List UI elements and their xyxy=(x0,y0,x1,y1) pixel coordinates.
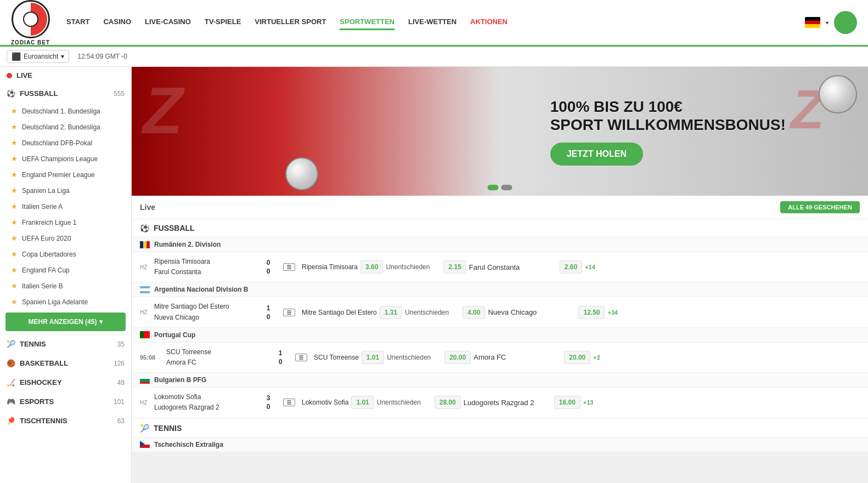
match-odds: SCU Torreense 1.01 Unentschieden 20.00 A… xyxy=(314,351,860,364)
nav-start[interactable]: START xyxy=(66,15,89,30)
portugal-flag xyxy=(140,331,150,338)
league-item[interactable]: ★Copa Libertadores xyxy=(0,246,131,262)
sidebar-sport-tischtennis[interactable]: 🏓 TISCHTENNIS 63 xyxy=(0,411,131,430)
more-odds[interactable]: +34 xyxy=(607,309,618,316)
banner-cta-button[interactable]: JETZT HOLEN xyxy=(550,143,643,166)
odd-draw-label: Unentschieden xyxy=(405,309,460,316)
odd-draw-value[interactable]: 28.00 xyxy=(435,396,461,409)
header-right: ▾ xyxy=(805,11,857,34)
league-header-czech: Tschechisch Extraliga xyxy=(132,437,868,452)
nav-casino[interactable]: CASINO xyxy=(103,15,131,30)
score-icon xyxy=(295,354,307,361)
star-icon: ★ xyxy=(11,123,18,131)
league-name-portugal: Portugal Cup xyxy=(154,331,195,339)
live-indicator[interactable]: LIVE xyxy=(0,67,131,84)
more-odds[interactable]: +13 xyxy=(583,399,594,406)
league-item[interactable]: ★Italien Serie B xyxy=(0,278,131,294)
nav-tv-spiele[interactable]: TV-SPIELE xyxy=(205,15,241,30)
odd1-value[interactable]: 1.01 xyxy=(351,396,374,409)
chevron-down-icon: ▾ xyxy=(99,318,103,326)
fussball-sport-section: ⚽ FUSSBALL Rumänien 2. Division HZ Ripen… xyxy=(132,219,868,418)
euroview-button[interactable]: ⬛ Euroansicht ▾ xyxy=(7,50,69,63)
sidebar-sport-fussball[interactable]: ⚽ FUSSBALL 555 xyxy=(0,84,131,103)
more-odds[interactable]: +2 xyxy=(593,354,600,361)
match-hz: HZ xyxy=(140,264,150,270)
odd2-value[interactable]: 12.50 xyxy=(578,306,605,319)
sidebar-sport-eishockey[interactable]: 🏒 EISHOCKEY 49 xyxy=(0,373,131,392)
hockey-icon: 🏒 xyxy=(7,378,15,387)
odd1-team: Ripensia Timisoara xyxy=(302,263,358,271)
banner-dot-1[interactable] xyxy=(488,185,499,190)
match-row: HZ Lokomotiv Sofia Ludogorets Razgrad 2 … xyxy=(132,388,868,418)
banner-text: 100% BIS ZU 100€ SPORT WILLKOMMENSBONUS!… xyxy=(550,97,786,165)
more-odds[interactable]: +14 xyxy=(585,264,595,270)
argentina-flag xyxy=(140,286,150,293)
match-odds: Ripensia Timisoara 3.60 Unentschieden 2.… xyxy=(302,260,860,274)
star-icon: ★ xyxy=(11,218,18,226)
league-item[interactable]: ★Deutschland 2. Bundesliga xyxy=(0,119,131,135)
league-name-romania: Rumänien 2. Division xyxy=(154,241,221,248)
league-item[interactable]: ★Spanien La Liga xyxy=(0,183,131,198)
live-section-header: Live ALLE 49 GESCHEHEN xyxy=(132,196,868,219)
odd2-team: Farul Constanta xyxy=(469,263,557,271)
league-item[interactable]: ★UEFA Champions League xyxy=(0,151,131,167)
score-area: 1 0 xyxy=(269,349,291,366)
nav-live-wetten[interactable]: LIVE-WETTEN xyxy=(408,15,456,30)
league-name-argentina: Argentina Nacional Division B xyxy=(154,286,248,293)
sidebar-sport-esports[interactable]: 🎮 ESPORTS 101 xyxy=(0,392,131,411)
star-icon: ★ xyxy=(11,266,18,274)
language-dropdown[interactable]: ▾ xyxy=(826,20,828,26)
team2-name: Nueva Chicago xyxy=(154,312,253,323)
star-icon: ★ xyxy=(11,107,18,115)
odd-draw-label: Unentschieden xyxy=(387,354,442,361)
star-icon: ★ xyxy=(11,139,18,147)
user-avatar[interactable] xyxy=(834,11,857,34)
league-header-argentina: Argentina Nacional Division B xyxy=(132,282,868,297)
tennis-sport-icon: 🎾 xyxy=(140,424,149,433)
banner-ball-right xyxy=(819,75,857,113)
odd-draw-value[interactable]: 2.15 xyxy=(443,260,466,274)
alle-geschehen-button[interactable]: ALLE 49 GESCHEHEN xyxy=(780,201,860,213)
tennis-header: 🎾 TENNIS xyxy=(132,419,868,437)
sidebar-sport-tennis[interactable]: 🎾 TENNIS 35 xyxy=(0,334,131,354)
league-item[interactable]: ★UEFA Euro 2020 xyxy=(0,230,131,246)
odd1-value[interactable]: 1.31 xyxy=(380,306,402,319)
odd1-team: SCU Torreense xyxy=(314,354,359,361)
nav-sportwetten[interactable]: SPORTWETTEN xyxy=(340,15,394,30)
team2-name: Farul Constanta xyxy=(154,267,253,277)
odd2-value[interactable]: 2.60 xyxy=(560,260,582,274)
nav-aktionen[interactable]: AKTIONEN xyxy=(470,15,508,30)
match-teams: SCU Torreense Amora FC xyxy=(166,347,265,368)
nav-virtueller-sport[interactable]: VIRTUELLER SPORT xyxy=(255,15,326,30)
sidebar-sport-basketball[interactable]: 🏀 BASKETBALL 126 xyxy=(0,354,131,373)
mehr-anzeigen-button[interactable]: MEHR ANZEIGEN (45) ▾ xyxy=(5,312,126,331)
league-item[interactable]: ★Deutschland DFB-Pokal xyxy=(0,135,131,151)
tennis-league-name: Tschechisch Extraliga xyxy=(154,441,223,448)
euroview-chevron: ▾ xyxy=(61,53,64,60)
match-row: 95:08 SCU Torreense Amora FC 1 0 xyxy=(132,343,868,373)
league-item[interactable]: ★Spanien Liga Adelante xyxy=(0,294,131,310)
sidebar: LIVE ⚽ FUSSBALL 555 ★Deutschland 1. Bund… xyxy=(0,67,132,483)
league-item[interactable]: ★Italien Serie A xyxy=(0,198,131,214)
odd1-value[interactable]: 1.01 xyxy=(362,351,384,364)
nav-live-casino[interactable]: LIVE-CASINO xyxy=(145,15,191,30)
banner-dot-2[interactable] xyxy=(501,185,512,190)
league-item-england-fa-cup[interactable]: ★England FA Cup xyxy=(0,262,131,278)
odd2-value[interactable]: 20.00 xyxy=(564,351,590,364)
promo-banner[interactable]: Z Z 100% BIS ZU 100€ SPORT WILLKOMMENSBO… xyxy=(132,67,868,196)
score-icon xyxy=(283,399,295,406)
odd-draw-value[interactable]: 20.00 xyxy=(444,351,471,364)
league-item[interactable]: ★Deutschland 1. Bundesliga xyxy=(0,103,131,119)
euroview-label: Euroansicht xyxy=(24,53,58,60)
league-item-england-premier[interactable]: ★England Premier League xyxy=(0,167,131,183)
team1-name: Lokomotiv Sofia xyxy=(154,392,253,402)
logo[interactable]: ZODIAC BET xyxy=(11,0,50,46)
language-flag[interactable] xyxy=(805,17,820,28)
odd2-team: Nueva Chicago xyxy=(488,308,576,316)
odd-draw-value[interactable]: 4.00 xyxy=(463,306,485,319)
odd1-value[interactable]: 3.60 xyxy=(360,260,383,274)
league-item[interactable]: ★Frankreich Ligue 1 xyxy=(0,214,131,230)
main-layout: LIVE ⚽ FUSSBALL 555 ★Deutschland 1. Bund… xyxy=(0,67,868,483)
odd1-team: Mitre Santiago Del Estero xyxy=(302,309,377,316)
odd2-value[interactable]: 16.00 xyxy=(554,396,580,409)
